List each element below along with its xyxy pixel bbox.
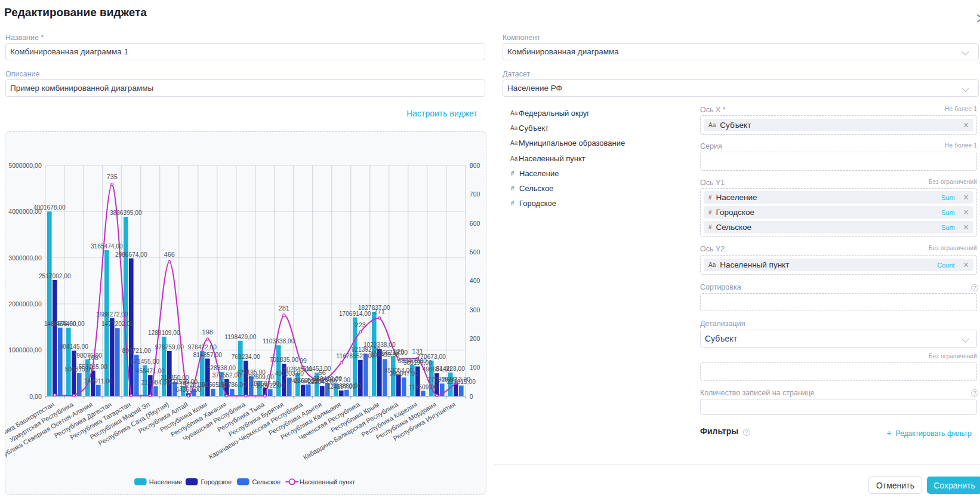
svg-text:568199,00: 568199,00 xyxy=(403,359,432,366)
svg-text:Население: Население xyxy=(149,478,182,485)
svg-text:150022,00: 150022,00 xyxy=(256,382,285,389)
svg-text:3165474,00: 3165474,00 xyxy=(91,243,123,250)
svg-text:1000000,00: 1000000,00 xyxy=(8,346,42,354)
svg-text:2000000,00: 2000000,00 xyxy=(8,300,42,308)
svg-text:108: 108 xyxy=(88,354,98,361)
svg-text:3886395,00: 3886395,00 xyxy=(110,210,142,216)
svg-text:1198429,00: 1198429,00 xyxy=(224,334,256,340)
svg-text:984145,00: 984145,00 xyxy=(60,343,88,350)
svg-text:332609,00: 332609,00 xyxy=(245,374,274,380)
svg-text:4001678,00: 4001678,00 xyxy=(33,204,66,211)
svg-text:500: 500 xyxy=(470,248,480,256)
svg-text:5000000,00: 5000000,00 xyxy=(8,162,42,169)
svg-text:1477202,00: 1477202,00 xyxy=(101,321,134,327)
svg-text:244911,00: 244911,00 xyxy=(84,378,113,385)
svg-text:271: 271 xyxy=(374,308,385,315)
svg-text:514228,00: 514228,00 xyxy=(436,365,465,372)
svg-text:56: 56 xyxy=(319,369,326,376)
svg-text:1288109,00: 1288109,00 xyxy=(148,330,180,336)
svg-text:131: 131 xyxy=(412,348,423,355)
svg-text:2986674,00: 2986674,00 xyxy=(115,251,147,258)
svg-text:400: 400 xyxy=(470,277,480,284)
svg-text:600: 600 xyxy=(470,220,480,227)
svg-text:2517002,00: 2517002,00 xyxy=(39,273,71,279)
svg-text:3000000,00: 3000000,00 xyxy=(8,254,42,262)
svg-text:116: 116 xyxy=(336,352,347,359)
svg-text:281: 281 xyxy=(279,305,289,312)
svg-text:456471,00: 456471,00 xyxy=(136,368,165,374)
svg-text:769234,00: 769234,00 xyxy=(232,354,260,360)
svg-text:223: 223 xyxy=(355,321,366,328)
svg-text:1706914,00: 1706914,00 xyxy=(339,311,371,317)
svg-text:800: 800 xyxy=(470,162,480,169)
svg-text:1103638,00: 1103638,00 xyxy=(263,338,294,345)
svg-text:300: 300 xyxy=(470,306,480,313)
svg-text:390047,00: 390047,00 xyxy=(390,370,418,377)
svg-text:Сельское: Сельское xyxy=(252,478,281,485)
svg-text:553165,00: 553165,00 xyxy=(79,364,107,370)
svg-text:1688272,00: 1688272,00 xyxy=(96,311,128,318)
svg-text:198: 198 xyxy=(202,328,213,336)
svg-text:528338,00: 528338,00 xyxy=(207,365,236,371)
svg-text:735: 735 xyxy=(107,173,118,180)
svg-text:701835,00: 701835,00 xyxy=(270,356,298,363)
svg-text:157786,00: 157786,00 xyxy=(218,382,246,388)
svg-text:814857,00: 814857,00 xyxy=(193,352,222,358)
svg-text:671455,00: 671455,00 xyxy=(131,358,159,365)
svg-text:0,00: 0,00 xyxy=(29,393,42,400)
svg-text:Городское: Городское xyxy=(201,478,232,485)
svg-text:99: 99 xyxy=(300,357,307,364)
svg-text:1023338,00: 1023338,00 xyxy=(363,342,396,348)
svg-text:976422,00: 976422,00 xyxy=(188,344,217,351)
svg-text:138880,00: 138880,00 xyxy=(332,383,361,389)
svg-text:200: 200 xyxy=(470,335,480,342)
svg-text:466: 466 xyxy=(164,251,175,258)
svg-text:976759,00: 976759,00 xyxy=(155,344,184,351)
svg-text:0: 0 xyxy=(470,393,473,400)
svg-text:899721,00: 899721,00 xyxy=(122,348,151,354)
svg-text:114509,00: 114509,00 xyxy=(409,384,437,391)
svg-text:700: 700 xyxy=(470,190,480,198)
svg-text:231815,00: 231815,00 xyxy=(447,379,476,385)
svg-text:129: 129 xyxy=(393,348,404,355)
svg-text:1484460,00: 1484460,00 xyxy=(53,321,85,327)
svg-text:511453,00: 511453,00 xyxy=(303,365,331,372)
svg-text:Населенный пункт: Населенный пункт xyxy=(300,478,355,485)
svg-text:100: 100 xyxy=(470,364,480,371)
